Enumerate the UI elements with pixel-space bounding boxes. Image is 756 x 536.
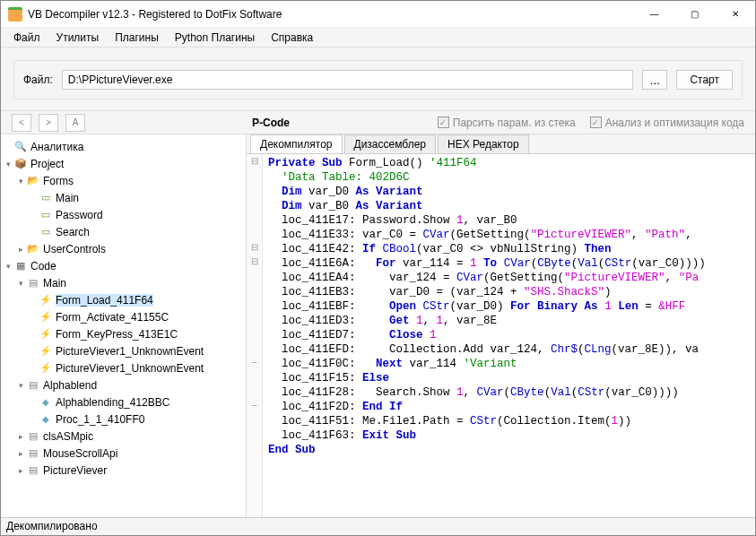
nav-forward-button[interactable]: >	[39, 114, 58, 132]
function-icon	[39, 361, 53, 376]
app-icon	[8, 7, 22, 22]
chevron-down-icon[interactable]: ▾	[3, 262, 13, 271]
folder-icon	[26, 174, 40, 188]
menu-python[interactable]: Python Плагины	[168, 30, 262, 46]
menu-plugins[interactable]: Плагины	[108, 30, 166, 46]
tree-usercontrols[interactable]: ▸UserControls	[15, 240, 244, 257]
window-buttons: — ▢ ✕	[634, 1, 755, 28]
project-tree[interactable]: Аналитика ▾Project ▾Forms Main Password …	[1, 134, 247, 517]
titlebar: VB Decompiler v12.3 - Registered to DotF…	[1, 1, 755, 28]
maximize-button[interactable]: ▢	[674, 1, 715, 28]
function-icon	[39, 344, 53, 359]
project-icon	[13, 157, 28, 171]
menu-utils[interactable]: Утилиты	[49, 30, 107, 46]
menu-help[interactable]: Справка	[264, 30, 320, 46]
function-icon	[39, 395, 53, 410]
chevron-down-icon[interactable]: ▾	[3, 160, 13, 169]
chevron-right-icon[interactable]: ▸	[15, 245, 26, 254]
status-bar: Декомпилировано	[1, 517, 755, 535]
window-title: VB Decompiler v12.3 - Registered to DotF…	[28, 8, 634, 21]
mode-row: < > A P-Code ✓ Парсить парам. из стека ✓…	[1, 111, 755, 134]
fold-gutter[interactable]: ⊟ ⊟⊟ – –	[247, 154, 263, 517]
code-text[interactable]: Private Sub Form_Load() '411F64 'Data Ta…	[263, 154, 711, 517]
tree-clsasmpic[interactable]: ▸clsASMpic	[15, 428, 244, 445]
function-icon	[39, 412, 53, 427]
check-icon: ✓	[590, 117, 602, 128]
nav-back-button[interactable]: <	[12, 114, 31, 132]
form-icon	[39, 191, 53, 205]
menubar: Файл Утилиты Плагины Python Плагины Спра…	[1, 28, 755, 48]
optimize-checkbox[interactable]: ✓ Анализ и оптимизация кода	[590, 117, 744, 129]
codefile-icon	[26, 463, 40, 478]
tree-fn-proc[interactable]: Proc_1_1_410FF0	[28, 411, 244, 428]
tree-alphablend[interactable]: ▾Alphablend	[15, 376, 244, 393]
tree-fn-form-activate[interactable]: Form_Activate_41155C	[28, 308, 244, 325]
chevron-down-icon[interactable]: ▾	[15, 177, 26, 186]
tree-fn-form-keypress[interactable]: Form_KeyPress_413E1C	[28, 325, 244, 342]
chevron-down-icon[interactable]: ▾	[15, 279, 26, 288]
function-icon	[39, 310, 53, 324]
tab-decompiler[interactable]: Декомпилятор	[250, 134, 343, 153]
tree-code-main[interactable]: ▾Main	[15, 274, 244, 291]
file-path-input[interactable]	[62, 70, 634, 90]
menu-file[interactable]: Файл	[6, 30, 48, 46]
close-button[interactable]: ✕	[715, 1, 755, 28]
codefile-icon	[26, 276, 40, 290]
tree-form-search[interactable]: Search	[28, 223, 244, 240]
tree-form-main[interactable]: Main	[28, 189, 244, 206]
code-view[interactable]: ⊟ ⊟⊟ – – Private Sub Form_Load() '411F64…	[247, 154, 755, 517]
chevron-right-icon[interactable]: ▸	[15, 466, 26, 475]
codefile-icon	[26, 446, 40, 461]
codefile-icon	[26, 429, 40, 444]
chevron-right-icon[interactable]: ▸	[15, 449, 26, 458]
tree-fn-pv1a[interactable]: PictureViever1_UnknownEvent	[28, 342, 244, 359]
folder-icon	[26, 242, 40, 256]
tree-form-password[interactable]: Password	[28, 206, 244, 223]
file-panel: Файл: ... Старт	[13, 60, 743, 99]
minimize-button[interactable]: —	[634, 1, 674, 28]
parse-params-checkbox[interactable]: ✓ Парсить парам. из стека	[438, 117, 576, 129]
editor-tabs: Декомпилятор Дизассемблер HEX Редактор	[247, 134, 755, 154]
function-icon	[39, 327, 53, 341]
codefile-icon	[26, 378, 40, 393]
code-icon	[13, 259, 28, 273]
function-icon	[39, 293, 53, 307]
tree-analytics[interactable]: Аналитика	[3, 138, 244, 155]
chevron-down-icon[interactable]: ▾	[15, 381, 26, 390]
tab-hex[interactable]: HEX Редактор	[438, 134, 529, 153]
tree-code[interactable]: ▾Code	[3, 257, 244, 274]
tree-pictureviever[interactable]: ▸PictureViever	[15, 462, 244, 479]
check-icon: ✓	[438, 117, 449, 128]
start-button[interactable]: Старт	[676, 70, 733, 90]
tree-fn-alpha[interactable]: Alphablending_412BBC	[28, 393, 244, 411]
chevron-right-icon[interactable]: ▸	[15, 432, 26, 441]
mode-label: P-Code	[252, 117, 290, 129]
browse-button[interactable]: ...	[642, 70, 667, 90]
nav-a-button[interactable]: A	[65, 114, 85, 132]
tree-project[interactable]: ▾Project	[3, 155, 244, 172]
tree-forms[interactable]: ▾Forms	[15, 172, 244, 189]
tree-fn-pv1b[interactable]: PictureViever1_UnknownEvent	[28, 359, 244, 376]
file-label: Файл:	[23, 73, 53, 86]
tree-mousescroll[interactable]: ▸MouseScrollApi	[15, 445, 244, 462]
form-icon	[39, 225, 53, 239]
tree-fn-form-load[interactable]: Form_Load_411F64	[28, 291, 244, 308]
tab-disassembler[interactable]: Дизассемблер	[344, 134, 436, 153]
analytics-icon	[13, 140, 28, 154]
form-icon	[39, 208, 53, 222]
